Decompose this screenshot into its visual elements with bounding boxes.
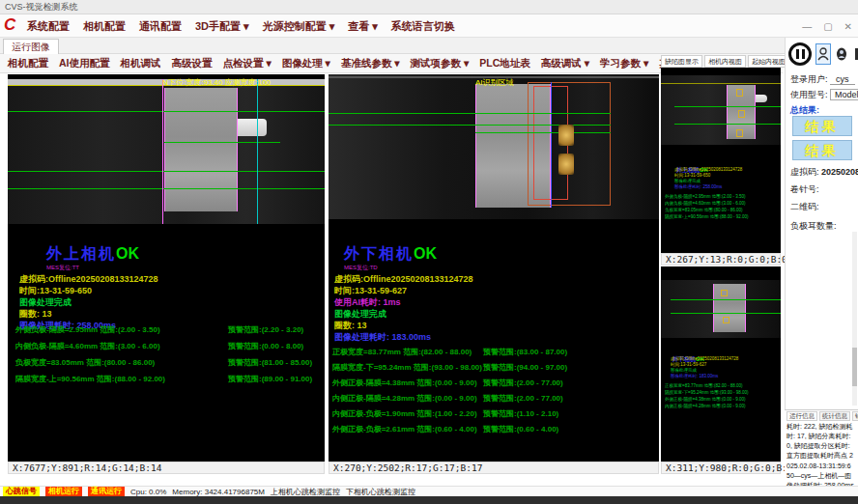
mid-camera-name: 外下相机 [344, 245, 414, 262]
mid-measure-warn: 预警范围:(83.00 - 87.00) [483, 347, 567, 357]
pv2-measure: 隔膜宽度-下=95.24mm 范围:(93.00 - 98.00) [665, 390, 748, 395]
menu-item-light-config[interactable]: 光源控制配置 ▾ [263, 19, 335, 34]
left-camera-name: 外上相机 [46, 245, 116, 262]
menu-item-view[interactable]: 查看 ▾ [348, 19, 378, 34]
pv1-yellow-line [661, 83, 781, 84]
user-buttons [815, 43, 858, 65]
pv1-yellow-box [736, 129, 743, 137]
pv1-info: 图像处理耗时: 258.00ms [674, 184, 722, 189]
mid-measure-row: 内侧正极-负极=1.90mm 范围:(1.00 - 2.20) [332, 408, 477, 419]
left-scene-pink-line [162, 79, 163, 224]
mid-mes-label: MES复位:TD [344, 264, 378, 272]
tab-count-row: 负极耳数量: [790, 220, 837, 233]
virtual-code-value: 20250208 [821, 167, 858, 177]
preview-tab-defect[interactable]: 缺陷图显示 [661, 55, 702, 68]
mid-coord-bar: X:270;Y:2502;R:17;G:17;B:17 [329, 462, 659, 474]
mid-camera-status: OK [414, 245, 437, 262]
run-info-text: 耗时: 222, 缺陷检测耗时: 17, 缺陷分离耗时: 0, 缺陷提取分区耗时… [786, 422, 854, 490]
pv1-green-line [674, 106, 781, 107]
menu-item-language[interactable]: 系统语言切换 [391, 19, 455, 34]
right-panel-scrollbar[interactable] [852, 232, 857, 406]
toolbar-test-params[interactable]: 测试项参数 ▾ [411, 57, 470, 70]
left-measure-warn: 预警范围:(89.00 - 91.00) [228, 374, 312, 384]
operator-icon[interactable] [834, 43, 849, 65]
menu-item-3d-config[interactable]: 3D手配置 ▾ [195, 19, 249, 34]
left-measure-warn: 预警范围:(81.00 - 85.00) [228, 357, 312, 368]
pv2-yellow-box [721, 290, 728, 296]
left-scene-green-line [8, 111, 325, 112]
left-scene-green-line [8, 171, 325, 172]
toolbar-image-processing[interactable]: 图像处理 ▾ [282, 57, 330, 70]
mid-scene-gold-spot [558, 154, 574, 175]
pv1-yellow-box [738, 110, 745, 118]
login-user-label: 登录用户: [790, 74, 828, 84]
mid-scene-gold-spot [558, 125, 574, 146]
window-controls: — ▢ ✕ [802, 14, 852, 38]
preview-tab-camera[interactable]: 相机内视图 [704, 55, 746, 68]
preview-view-bottom[interactable]: 外下相机OK 虚拟码:Offline20250208133124728 时间:1… [661, 266, 781, 462]
pv2-info: 时间:13-31-59-627 [671, 362, 706, 367]
pv2-measure: 正极宽度=83.77mm 范围:(82.00 - 88.00) [665, 383, 742, 388]
pv1-measure: 外侧负极-隔膜=2.95mm 范围:(2.00 - 3.50) [665, 194, 745, 199]
title-bar: CVS-视觉检测系统 [0, 0, 858, 14]
toolbar-advanced-settings[interactable]: 高级设置 [172, 57, 213, 70]
mid-measure-row: 正极宽度=83.77mm 范围:(82.00 - 88.00) [332, 347, 472, 357]
toolbar-baseline-params[interactable]: 基准线参数 ▾ [341, 57, 400, 70]
preview-tab-start[interactable]: 起始内视图 [748, 55, 789, 68]
menu-item-system-config[interactable]: 系统配置 [27, 19, 70, 34]
maximize-button[interactable]: ▢ [823, 21, 832, 32]
toolbar-spot-check[interactable]: 点检设置 ▾ [223, 57, 272, 70]
pv1-connector [756, 95, 767, 102]
needle-label: 卷针号: [790, 184, 819, 194]
pv1-machine [661, 75, 781, 145]
toolbar-plc-table[interactable]: PLC地址表 [479, 57, 530, 70]
virtual-code-label: 虚拟码: [790, 167, 819, 177]
pv1-info: 虚拟码:Offline20250208133124728 [674, 167, 742, 172]
pv2-measure: 外侧正极-隔膜=4.38mm 范围:(0.00 - 9.00) [665, 397, 745, 402]
menu-item-camera-config[interactable]: 相机配置 [83, 19, 126, 34]
pause-button[interactable] [788, 42, 812, 66]
pv2-info: 图像处理完成 [671, 368, 697, 373]
info-tab-stats[interactable]: 统计信息 [819, 411, 850, 421]
mid-measure-warn: 预警范围:(2.00 - 77.00) [483, 378, 563, 388]
close-button[interactable]: ✕ [844, 21, 852, 32]
logout-door-icon[interactable] [852, 43, 858, 65]
pv1-measure: 内侧负极-隔膜=4.60mm 范围:(3.00 - 6.00) [665, 201, 745, 206]
scrollbar-thumb[interactable] [852, 348, 857, 386]
app-window: CVS-视觉检测系统 C 系统配置 相机配置 通讯配置 3D手配置 ▾ 光源控制… [0, 0, 858, 504]
toolbar-camera-config[interactable]: 相机配置 [8, 57, 48, 70]
left-overlay-label: N下位:宽度:93.40 应测宽度:100 [162, 77, 271, 88]
pv2-info: 图像处理耗时: 183.00ms [671, 374, 718, 378]
left-measure-row: 隔膜宽度-上=90.56mm 范围:(88.00 - 92.00) [15, 374, 165, 384]
toolbar-ai-config[interactable]: AI使用配置 [59, 57, 110, 70]
info-tab-errors[interactable]: 错误信息 [852, 411, 858, 421]
left-camera-view[interactable]: N下位:宽度:93.40 应测宽度:100 外上相机OK MES复位:TT 虚拟… [8, 74, 325, 462]
login-user-value: cys [830, 74, 855, 85]
model-select[interactable]: Model1 [830, 89, 858, 100]
left-coord-bar: X:7677;Y:891;R:14;G:14;B:14 [8, 462, 325, 474]
left-mes-label: MES复位:TT [46, 264, 79, 272]
preview-view-top[interactable]: 外上相机OK 虚拟码:Offline20250208133124728 时间:1… [661, 68, 781, 253]
mid-measure-warn: 预警范围:(2.00 - 77.00) [483, 393, 563, 404]
bottom-strip [0, 496, 858, 504]
pv1-info: 时间:13-31-59-650 [674, 173, 710, 178]
pv1-green-line [674, 124, 781, 125]
left-scene-green-line [164, 142, 280, 143]
comm-run-badge: 通讯运行 [88, 487, 125, 496]
tab-run-image[interactable]: 运行图像 [3, 39, 59, 54]
info-tab-run[interactable]: 运行信息 [786, 411, 817, 421]
qrcode-label: 二维码: [790, 202, 819, 211]
toolbar-camera-debug[interactable]: 相机调试 [121, 57, 161, 70]
pv2-green-line [671, 313, 781, 314]
mid-camera-view[interactable]: AI识别区域 外下相机OK MES复位:TD 虚拟码:Offline202502… [329, 74, 659, 462]
login-user-icon[interactable] [815, 43, 831, 65]
toolbar-learning-params[interactable]: 学习参数 ▾ [600, 57, 648, 70]
minimize-button[interactable]: — [802, 21, 812, 32]
menu-item-comm-config[interactable]: 通讯配置 [139, 19, 182, 34]
virtual-code-row: 虚拟码: 20250208 [790, 166, 858, 179]
toolbar-advanced-debug[interactable]: 高级调试 ▾ [541, 57, 589, 70]
memory-usage: Memory: 3424.41796875M [172, 488, 265, 496]
left-camera-title: 外上相机OK [46, 244, 139, 265]
mid-measure-row: 隔膜宽度-下=95.24mm 范围:(93.00 - 98.00) [332, 362, 482, 373]
model-label: 使用型号: [790, 90, 828, 99]
